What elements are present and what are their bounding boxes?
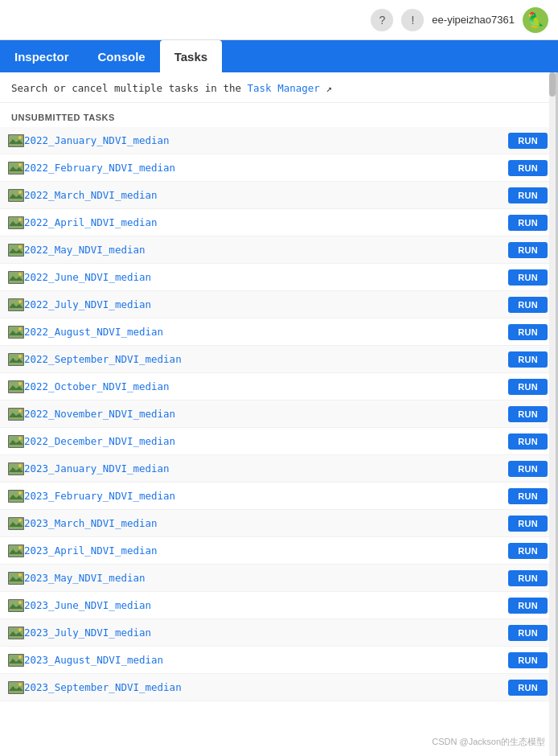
task-name[interactable]: 2022_June_NDVI_median — [24, 271, 508, 283]
run-button[interactable]: RUN — [508, 215, 548, 231]
task-type-icon — [8, 654, 24, 667]
task-name[interactable]: 2022_July_NDVI_median — [24, 298, 508, 310]
task-row: 2023_August_NDVI_medianRUN — [0, 647, 556, 674]
task-row: 2023_April_NDVI_medianRUN — [0, 537, 556, 565]
run-button[interactable]: RUN — [508, 652, 548, 668]
task-name[interactable]: 2022_December_NDVI_median — [24, 435, 508, 447]
task-name[interactable]: 2023_August_NDVI_median — [24, 654, 508, 666]
username-label: ee-yipeizhao7361 — [432, 14, 515, 26]
task-row: 2023_May_NDVI_medianRUN — [0, 565, 556, 592]
run-button[interactable]: RUN — [508, 324, 548, 340]
task-row: 2023_September_NDVI_medianRUN — [0, 674, 556, 701]
task-name[interactable]: 2023_July_NDVI_median — [24, 627, 508, 639]
run-button[interactable]: RUN — [508, 242, 548, 258]
run-button[interactable]: RUN — [508, 680, 548, 696]
task-name[interactable]: 2023_April_NDVI_median — [24, 544, 508, 557]
info-bar: Search or cancel multiple tasks in the T… — [0, 72, 556, 103]
scrollbar-track[interactable] — [549, 72, 556, 756]
run-button[interactable]: RUN — [508, 433, 548, 450]
task-row: 2022_December_NDVI_medianRUN — [0, 428, 556, 455]
task-row: 2023_June_NDVI_medianRUN — [0, 592, 556, 619]
task-name[interactable]: 2023_May_NDVI_median — [24, 572, 508, 584]
task-name[interactable]: 2022_May_NDVI_median — [24, 244, 508, 256]
tab-console[interactable]: Console — [84, 40, 160, 72]
task-type-icon — [8, 326, 24, 339]
watermark: CSDN @Jackson的生态模型 — [432, 736, 545, 748]
task-row: 2023_January_NDVI_medianRUN — [0, 455, 556, 483]
task-name[interactable]: 2023_March_NDVI_median — [24, 517, 508, 529]
task-type-icon — [8, 490, 24, 503]
task-row: 2022_July_NDVI_medianRUN — [0, 291, 556, 318]
task-type-icon — [8, 435, 24, 448]
task-name[interactable]: 2022_February_NDVI_median — [24, 162, 508, 174]
tab-tasks[interactable]: Tasks — [160, 40, 222, 72]
svg-point-7 — [18, 163, 22, 166]
task-row: 2023_July_NDVI_medianRUN — [0, 619, 556, 647]
run-button[interactable]: RUN — [508, 598, 548, 614]
task-row: 2022_April_NDVI_medianRUN — [0, 209, 556, 236]
task-type-icon — [8, 134, 24, 147]
run-button[interactable]: RUN — [508, 133, 548, 149]
run-button[interactable]: RUN — [508, 351, 548, 368]
run-button[interactable]: RUN — [508, 269, 548, 286]
task-name[interactable]: 2022_October_NDVI_median — [24, 380, 508, 392]
task-type-icon — [8, 380, 24, 393]
run-button[interactable]: RUN — [508, 516, 548, 532]
task-row: 2022_September_NDVI_medianRUN — [0, 346, 556, 373]
task-manager-link[interactable]: Task Manager — [248, 82, 320, 94]
run-button[interactable]: RUN — [508, 461, 548, 477]
tab-inspector[interactable]: Inspector — [0, 40, 84, 72]
svg-point-35 — [18, 355, 22, 358]
task-name[interactable]: 2023_September_NDVI_median — [24, 681, 508, 693]
tab-bar: Inspector Console Tasks — [0, 40, 558, 72]
run-button[interactable]: RUN — [508, 570, 548, 586]
task-name[interactable]: 2022_September_NDVI_median — [24, 353, 508, 365]
run-button[interactable]: RUN — [508, 297, 548, 313]
task-type-icon — [8, 544, 24, 557]
task-type-icon — [8, 353, 24, 366]
run-button[interactable]: RUN — [508, 160, 548, 176]
task-type-icon — [8, 599, 24, 612]
task-type-icon — [8, 517, 24, 530]
svg-point-55 — [18, 491, 22, 495]
task-name[interactable]: 2022_April_NDVI_median — [24, 216, 508, 228]
task-row: 2022_August_NDVI_medianRUN — [0, 318, 556, 346]
task-name[interactable]: 2023_January_NDVI_median — [24, 462, 508, 475]
task-row: 2022_November_NDVI_medianRUN — [0, 401, 556, 428]
svg-point-3 — [18, 136, 22, 139]
task-list: 2022_January_NDVI_medianRUN 2022_Februar… — [0, 127, 556, 701]
avatar[interactable] — [523, 7, 548, 33]
ext-icon: ↗ — [320, 82, 332, 94]
run-button[interactable]: RUN — [508, 379, 548, 395]
task-name[interactable]: 2022_November_NDVI_median — [24, 408, 508, 420]
task-type-icon — [8, 462, 24, 475]
svg-point-31 — [18, 327, 22, 331]
run-button[interactable]: RUN — [508, 406, 548, 422]
svg-point-59 — [18, 519, 22, 522]
run-button[interactable]: RUN — [508, 488, 548, 504]
scrollbar-thumb[interactable] — [549, 72, 556, 97]
svg-point-83 — [18, 683, 22, 686]
task-row: 2022_January_NDVI_medianRUN — [0, 127, 556, 154]
task-name[interactable]: 2023_February_NDVI_median — [24, 490, 508, 502]
task-name[interactable]: 2023_June_NDVI_median — [24, 599, 508, 611]
run-button[interactable]: RUN — [508, 187, 548, 203]
run-button[interactable]: RUN — [508, 625, 548, 641]
svg-point-15 — [18, 218, 22, 221]
task-type-icon — [8, 162, 24, 175]
svg-point-75 — [18, 628, 22, 631]
run-button[interactable]: RUN — [508, 543, 548, 559]
svg-point-11 — [18, 191, 22, 194]
help-icon[interactable]: ? — [371, 9, 393, 31]
notification-icon[interactable]: ! — [401, 9, 424, 31]
section-header: UNSUBMITTED TASKS — [0, 103, 556, 127]
task-name[interactable]: 2022_August_NDVI_median — [24, 326, 508, 338]
task-type-icon — [8, 244, 24, 257]
task-name[interactable]: 2022_March_NDVI_median — [24, 189, 508, 201]
task-row: 2022_June_NDVI_medianRUN — [0, 264, 556, 291]
svg-point-63 — [18, 546, 22, 549]
task-name[interactable]: 2022_January_NDVI_median — [24, 134, 508, 146]
task-row: 2023_February_NDVI_medianRUN — [0, 483, 556, 510]
task-row: 2023_March_NDVI_medianRUN — [0, 510, 556, 537]
svg-point-39 — [18, 382, 22, 385]
